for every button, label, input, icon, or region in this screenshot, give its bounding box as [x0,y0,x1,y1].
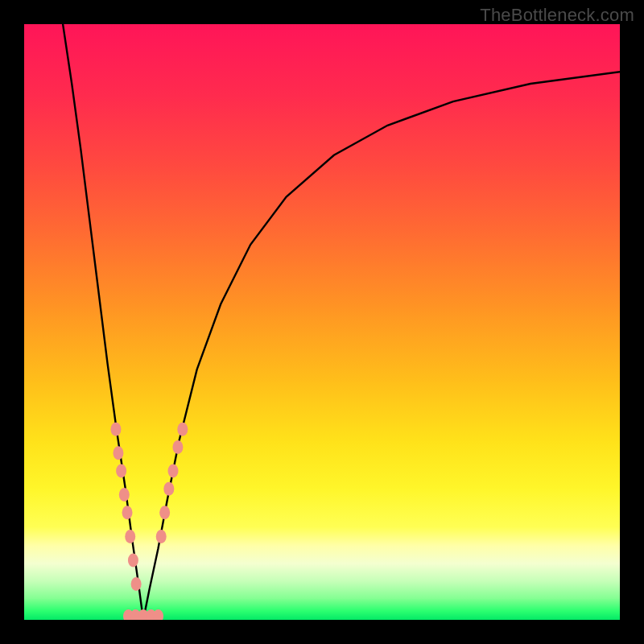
chart-frame: TheBottleneck.com [0,0,644,644]
curve-right-branch [143,72,620,620]
marker-dot [177,423,188,436]
marker-dot [110,423,121,436]
marker-dot [116,464,126,478]
marker-dot [119,488,130,502]
marker-dot [125,530,135,543]
marker-dot [159,506,170,519]
marker-dot [163,482,174,496]
marker-dot [153,609,163,620]
marker-dot [168,464,179,478]
marker-dot [172,440,183,454]
watermark-text: TheBottleneck.com [480,5,634,26]
marker-dot [113,446,123,460]
marker-dot [122,506,133,519]
marker-dot [128,554,138,568]
plot-area [24,24,620,620]
marker-dot [156,530,167,543]
plot-svg [24,24,620,620]
marker-dot [131,577,142,591]
